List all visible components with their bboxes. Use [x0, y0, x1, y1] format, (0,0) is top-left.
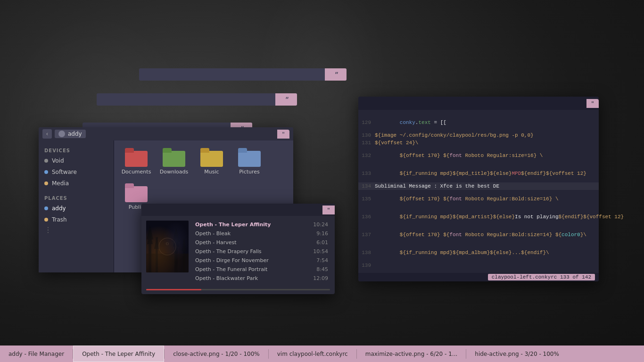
sidebar-item-media[interactable]: Media [39, 178, 114, 189]
trash-dot [44, 218, 48, 222]
line-num: 137 [358, 232, 375, 238]
code-line: 132 ${offset 170} ${font Roboto Regular:… [358, 147, 599, 165]
track-name: Opeth - The Drapery Falls [195, 248, 262, 255]
location-bar[interactable]: addy [55, 130, 86, 138]
folder-pictures[interactable]: Pictures [233, 146, 266, 177]
track-item[interactable]: Opeth - The Leper Affinity 10:24 [193, 221, 330, 229]
track-duration: 10:24 [313, 222, 328, 228]
line-num: 130 [358, 132, 375, 138]
music-player-titlebar: " [141, 204, 335, 216]
svg-rect-9 [183, 239, 185, 272]
line-num: 139 [358, 263, 375, 268]
addy-label: addy [52, 205, 66, 212]
line-num: 135 [358, 196, 375, 202]
taskbar-item-music[interactable]: Opeth - The Leper Affinity [73, 346, 164, 362]
track-name: Opeth - The Leper Affinity [195, 222, 271, 228]
titlebar-right: " [277, 130, 289, 139]
code-editor-statusbar: claypool-left.conkyrc 133 of 142 [358, 273, 599, 281]
album-art: O [146, 221, 189, 272]
more-options-icon[interactable]: ⋮ [39, 225, 114, 234]
music-folder-icon [200, 148, 223, 167]
media-dot [44, 181, 48, 185]
taskbar-item-close-active[interactable]: close-active.png - 1/20 - 100% [165, 346, 268, 362]
taskbar-item-vim[interactable]: vim claypool-left.conkyrc [269, 346, 356, 362]
line-num: 129 [358, 120, 375, 125]
track-item[interactable]: Opeth - Blackwater Park 12:09 [193, 274, 330, 282]
line-num: 132 [358, 153, 375, 158]
track-item[interactable]: Opeth - Bleak 9:16 [193, 230, 330, 238]
svg-marker-8 [173, 228, 180, 242]
line-content: ${image ~/.config/conky/claypool/res/bg.… [375, 132, 534, 138]
code-line: 130 ${image ~/.config/conky/claypool/res… [358, 132, 599, 139]
svg-rect-1 [149, 230, 151, 272]
taskbar-item-hide[interactable]: hide-active.png - 3/20 - 100% [466, 346, 568, 362]
sidebar-item-void[interactable]: Void [39, 155, 114, 166]
software-dot [44, 170, 48, 174]
void-label: Void [52, 157, 64, 164]
deco-bar-2: " [97, 93, 297, 106]
svg-marker-2 [147, 230, 153, 244]
svg-rect-4 [156, 237, 158, 272]
line-num: 131 [358, 140, 375, 146]
svg-marker-3 [147, 225, 153, 239]
svg-rect-11 [146, 254, 189, 272]
track-duration: 6:01 [316, 239, 328, 246]
folder-downloads[interactable]: Downloads [157, 146, 190, 177]
track-duration: 12:09 [313, 275, 328, 281]
void-dot [44, 159, 48, 163]
code-line: 136 ${if_running mpd}${mpd_artist}${else… [358, 208, 599, 226]
line-content: ${if_running mpd}${mpd_title}${else}MPD$… [375, 165, 586, 182]
downloads-label: Downloads [160, 169, 188, 175]
mp-titlebar-corner: " [322, 206, 335, 214]
track-name: Opeth - The Funeral Portrait [195, 266, 267, 272]
code-editor-window: " 129 conky.text = [[ 130 ${image ~/.con… [358, 97, 599, 281]
trash-label: Trash [52, 216, 67, 223]
music-player-window: " [141, 204, 335, 294]
code-line: 135 ${offset 170} ${font Roboto Regular:… [358, 190, 599, 208]
taskbar-item-maximize[interactable]: maximize-active.png - 6/20 - 1... [357, 346, 466, 362]
code-line: 137 ${offset 170} ${font Roboto Regular:… [358, 226, 599, 244]
track-item[interactable]: Opeth - Harvest 6:01 [193, 239, 330, 247]
code-editor-titlebar: " [358, 97, 599, 110]
line-num: 136 [358, 214, 375, 220]
location-text: addy [68, 131, 82, 137]
devices-section-label: DEVICES [39, 146, 114, 155]
line-content: ${if_running mpd}${mpd_artist}${else}Is … [375, 208, 624, 225]
svg-text:O: O [166, 242, 169, 246]
line-content: conky.text = [[ [375, 114, 446, 131]
deco-bar-1-corner: " [325, 68, 347, 81]
svg-marker-5 [154, 237, 159, 249]
documents-folder-icon [125, 148, 148, 167]
track-item[interactable]: Opeth - The Funeral Portrait 8:45 [193, 265, 330, 273]
svg-point-12 [159, 238, 176, 255]
places-section-label: PLACES [39, 194, 114, 203]
line-num: 134 [358, 183, 375, 189]
track-item[interactable]: Opeth - The Drapery Falls 10:54 [193, 247, 330, 255]
svg-rect-0 [146, 221, 189, 272]
taskbar-item-file-manager[interactable]: addy - File Manager [0, 346, 73, 362]
code-line: 131 ${voffset 24}\ [358, 139, 599, 147]
code-editor-body[interactable]: 129 conky.text = [[ 130 ${image ~/.confi… [358, 110, 599, 273]
progress-fill [146, 289, 201, 290]
addy-dot [44, 206, 48, 210]
sidebar-item-addy[interactable]: addy [39, 203, 114, 214]
back-button[interactable]: ‹ [42, 129, 52, 139]
track-item[interactable]: Opeth - Dirge For November 7:54 [193, 256, 330, 264]
progress-bar[interactable] [146, 289, 330, 290]
folder-music[interactable]: Music [195, 146, 228, 177]
music-label: Music [204, 169, 219, 175]
file-manager-nav: ‹ addy [42, 129, 86, 139]
track-name: Opeth - Blackwater Park [195, 275, 258, 281]
album-art-image: O [146, 221, 189, 272]
track-duration: 7:54 [316, 257, 328, 263]
svg-marker-10 [182, 239, 187, 251]
sidebar-item-software[interactable]: Software [39, 166, 114, 178]
file-position: 133 of 142 [560, 274, 591, 280]
location-icon [58, 131, 65, 137]
titlebar-corner-icon: " [277, 130, 289, 139]
svg-rect-6 [174, 232, 178, 272]
folder-documents[interactable]: Documents [120, 146, 153, 177]
pictures-label: Pictures [239, 169, 260, 175]
sidebar-item-trash[interactable]: Trash [39, 214, 114, 225]
code-line: 138 ${if_running mpd}${mpd_album}${else}… [358, 244, 599, 262]
